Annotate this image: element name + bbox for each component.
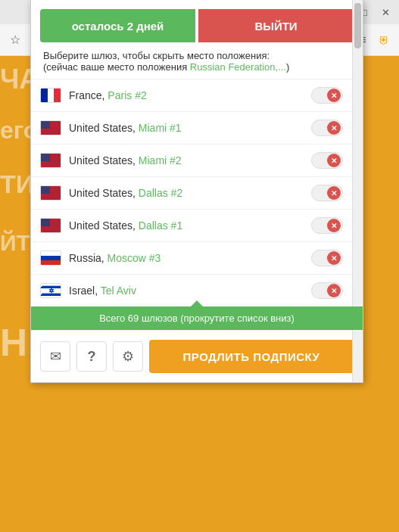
flag-us [40,120,61,135]
flag-us [40,185,61,201]
email-button[interactable]: ✉ [40,341,70,372]
server-name: United States, Dallas #1 [69,219,304,232]
popup-instruction: Выберите шлюз, чтобы скрыть место положе… [31,50,363,79]
toggle-button[interactable]: ✕ [311,152,343,169]
toggle-button[interactable]: ✕ [311,120,343,136]
city-name: Tel Aviv [101,285,136,297]
server-name: Israel, Tel Aviv [69,285,304,297]
popup-footer: ✉ ? ⚙ ПРОДЛИТЬ ПОДПИСКУ [31,330,363,382]
server-name: France, Paris #2 [69,89,304,101]
exit-button[interactable]: ВЫЙТИ [198,9,354,42]
subscribe-button[interactable]: ПРОДЛИТЬ ПОДПИСКУ [149,340,354,373]
toggle-button[interactable]: ✕ [311,217,343,234]
toggle-x-icon: ✕ [327,219,341,232]
city-name: Moscow #3 [108,252,161,264]
flag-us [40,153,61,168]
toggle-x-icon: ✕ [327,89,341,102]
city-name: Dallas #1 [139,219,182,232]
close-button[interactable]: ✕ [378,5,393,20]
vpn-popup: осталось 2 дней ВЫЙТИ Выберите шлюз, что… [30,0,363,383]
toggle-x-icon: ✕ [327,154,341,167]
remaining-button[interactable]: осталось 2 дней [40,9,195,42]
help-button[interactable]: ? [76,341,107,372]
city-name: Paris #2 [108,89,146,101]
toggle-button[interactable]: ✕ [311,87,343,104]
svg-rect-2 [42,294,61,296]
toggle-x-icon: ✕ [327,284,341,297]
toggle-button[interactable]: ✕ [311,282,343,299]
toggle-button[interactable]: ✕ [311,185,343,201]
flag-israel [40,283,61,298]
israel-flag-svg [41,284,61,297]
server-name: United States, Miami #2 [69,154,304,166]
popup-header: осталось 2 дней ВЫЙТИ [31,0,363,50]
city-name: Miami #1 [139,122,182,134]
city-name: Miami #2 [139,154,182,166]
server-name: United States, Dallas #2 [69,187,304,199]
toggle-x-icon: ✕ [327,186,341,200]
instruction-main: Выберите шлюз, чтобы скрыть место положе… [43,50,351,61]
flag-france [40,88,61,103]
server-name: Russia, Moscow #3 [69,252,304,264]
vpn-icon[interactable]: ⛨ [375,31,393,49]
back-icon[interactable]: ☆ [6,31,24,49]
settings-button[interactable]: ⚙ [113,341,143,372]
flag-russia [40,250,61,266]
instruction-location: Russian Federation,... [190,61,286,73]
tooltip-text: Всего 69 шлюзов (прокрутите список вниз) [99,313,295,324]
instruction-sub-prefix: (сейчас ваше место положения [43,61,190,73]
server-list: France, Paris #2 ✕ United States, Miami … [31,79,363,306]
tooltip-bar: Всего 69 шлюзов (прокрутите список вниз) [31,306,363,330]
flag-us [40,218,61,233]
list-item[interactable]: Russia, Moscow #3 ✕ [31,242,352,275]
toggle-button[interactable]: ✕ [311,250,343,266]
scrollbar-thumb[interactable] [354,3,361,48]
svg-rect-1 [42,286,61,288]
list-item[interactable]: United States, Dallas #1 ✕ [31,210,352,242]
instruction-sub: (сейчас ваше место положения Russian Fed… [43,61,351,73]
city-name: Dallas #2 [139,187,182,199]
list-item[interactable]: United States, Dallas #2 ✕ [31,177,352,210]
toggle-x-icon: ✕ [327,251,341,265]
bg-text-3: ТИ [0,170,34,199]
list-item[interactable]: United States, Miami #1 ✕ [31,112,352,145]
toggle-x-icon: ✕ [327,121,341,135]
bg-text-5: Н [0,321,27,365]
server-name: United States, Miami #1 [69,122,304,134]
list-item[interactable]: France, Paris #2 ✕ [31,79,352,112]
list-item[interactable]: United States, Miami #2 ✕ [31,145,352,177]
